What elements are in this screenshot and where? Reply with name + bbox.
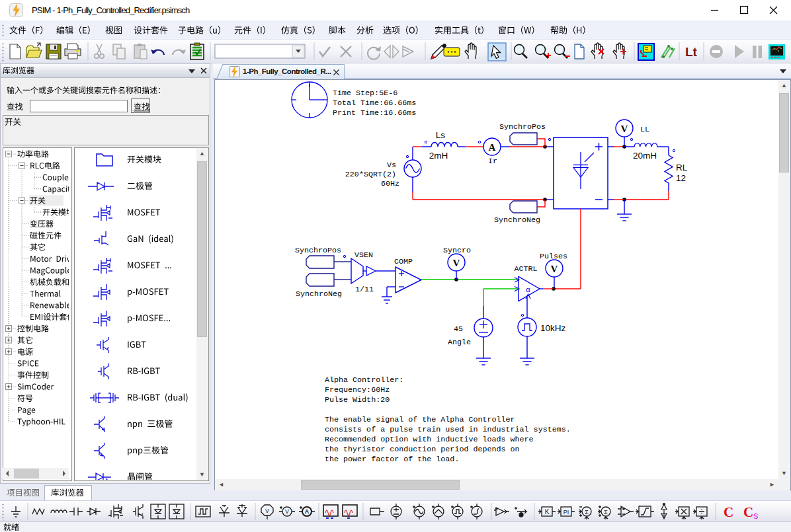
svg-text:10kHz: 10kHz — [540, 323, 566, 333]
svg-text:Angle: Angle — [448, 338, 471, 347]
svg-text:SynchroNeg: SynchroNeg — [296, 289, 342, 299]
svg-text:Pulse Width:20: Pulse Width:20 — [325, 395, 390, 404]
svg-text:45: 45 — [454, 324, 463, 334]
svg-text:consists of a pulse train used: consists of a pulse train used in indust… — [325, 425, 571, 434]
svg-text:C: C — [743, 504, 753, 520]
svg-text:The enable signal of the Alpha: The enable signal of the Alpha Controlle… — [325, 415, 515, 424]
svg-text:COMP: COMP — [394, 257, 413, 266]
svg-text:Syncro: Syncro — [443, 246, 471, 255]
svg-text:C: C — [724, 504, 733, 520]
svg-text:SynchroPos: SynchroPos — [295, 246, 341, 255]
svg-text:V: V — [285, 508, 289, 515]
svg-text:Vs: Vs — [387, 161, 396, 170]
svg-text:A: A — [489, 142, 496, 153]
svg-text:20mH: 20mH — [633, 151, 657, 161]
svg-text:PI: PI — [563, 509, 569, 515]
svg-text:VSEN: VSEN — [354, 250, 373, 260]
svg-text:2mH: 2mH — [429, 151, 448, 161]
svg-text:Σ: Σ — [604, 509, 608, 515]
svg-text:α: α — [526, 286, 530, 294]
svg-text:S: S — [753, 512, 758, 520]
svg-text:K: K — [545, 508, 550, 515]
svg-text:SynchroNeg: SynchroNeg — [494, 215, 540, 225]
svg-text:12: 12 — [676, 173, 686, 183]
svg-text:SynchroPos: SynchroPos — [499, 122, 546, 132]
svg-text:V: V — [265, 508, 269, 514]
svg-text:1/11: 1/11 — [355, 285, 374, 294]
svg-text:the thyristor conduction perio: the thyristor conduction period depends … — [325, 445, 520, 454]
svg-text:V: V — [621, 124, 628, 134]
svg-text:Print Time:16.66ms: Print Time:16.66ms — [333, 108, 416, 118]
svg-text:V: V — [453, 258, 460, 268]
svg-text:A: A — [305, 508, 310, 515]
svg-text:60Hz: 60Hz — [381, 179, 399, 188]
svg-text:LL: LL — [640, 125, 649, 134]
svg-text:220*SQRT(2): 220*SQRT(2) — [345, 170, 396, 179]
svg-text:ACTRL: ACTRL — [514, 264, 537, 274]
svg-text:Ir: Ir — [488, 157, 497, 166]
svg-text:Alpha Controller:: Alpha Controller: — [325, 375, 403, 385]
svg-text:Lt: Lt — [685, 45, 698, 59]
svg-text:Recommended option with induct: Recommended option with inductive loads … — [325, 435, 534, 444]
svg-text:Time Step:5E-6: Time Step:5E-6 — [333, 89, 397, 98]
svg-text:V: V — [551, 264, 558, 274]
svg-text:Σ: Σ — [585, 509, 589, 515]
svg-text:the power factor of the load.: the power factor of the load. — [325, 455, 459, 464]
svg-text:Ls: Ls — [436, 130, 446, 140]
svg-text:RL: RL — [676, 163, 688, 172]
svg-text:Pulses: Pulses — [540, 252, 567, 261]
svg-text:Total Time:66.66ms: Total Time:66.66ms — [333, 98, 416, 108]
svg-text:Frequency:60Hz: Frequency:60Hz — [325, 385, 390, 395]
